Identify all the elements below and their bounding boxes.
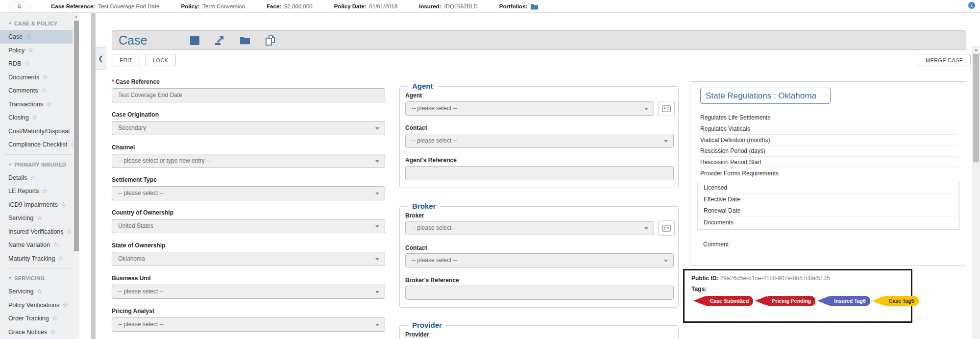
- favorite-star-icon[interactable]: ☆: [61, 201, 67, 208]
- main-scrollbar-thumb[interactable]: [973, 54, 979, 162]
- case-reference-input[interactable]: Test Coverage End Date: [112, 88, 385, 102]
- sidebar-item-order-tracking[interactable]: Order Tracking☆: [0, 312, 79, 325]
- favorite-star-icon[interactable]: ☆: [52, 315, 58, 322]
- sidebar-section-primary-insured[interactable]: ▼PRIMARY INSURED: [0, 158, 79, 171]
- license-row: Licensed: [698, 182, 959, 194]
- info-icon[interactable]: i: [968, 2, 975, 9]
- sidebar-scrollbar[interactable]: ▲: [73, 13, 79, 339]
- sidebar-item-servicing[interactable]: Servicing☆: [0, 285, 79, 298]
- main-scrollbar[interactable]: ▲: [972, 46, 980, 339]
- folder-icon[interactable]: [240, 36, 250, 45]
- favorite-star-icon[interactable]: ☆: [24, 60, 30, 67]
- edit-button[interactable]: EDIT: [112, 54, 140, 66]
- agent-contact-card-button[interactable]: [658, 101, 675, 116]
- favorite-star-icon[interactable]: ☆: [25, 33, 31, 40]
- dropdown-caret-icon: [375, 127, 379, 130]
- portfolio-folder-icon[interactable]: [530, 3, 539, 10]
- merge-case-button[interactable]: MERGE CASE: [918, 54, 971, 66]
- favorite-star-icon[interactable]: ☆: [36, 288, 42, 295]
- regulation-row: Rescission Period Start: [700, 157, 957, 168]
- channel-select[interactable]: -- please select or type new entry --: [112, 154, 385, 168]
- summary-label: Insured:: [419, 3, 441, 9]
- public-id-line: Public ID: 29a26d5e-b1ce-41c8-907a-8b57c…: [691, 275, 830, 282]
- sidebar-item-grace-notices[interactable]: Grace Notices☆: [0, 325, 79, 339]
- case-page: Case Reference:Test Coverage End Date Po…: [0, 0, 980, 339]
- favorite-star-icon[interactable]: ☆: [27, 47, 33, 54]
- favorite-star-icon[interactable]: ☆: [67, 228, 73, 235]
- sidebar-divider: [5, 154, 73, 155]
- sidebar-item-closing[interactable]: Closing☆: [0, 111, 79, 124]
- sidebar-section-case-policy[interactable]: ▼CASE & POLICY: [0, 17, 79, 30]
- sidebar-item-compliance-checklist[interactable]: Compliance Checklist☆: [0, 138, 79, 151]
- regulation-row: Regulates Viaticals: [700, 123, 957, 135]
- dropdown-caret-icon: [644, 227, 648, 230]
- sidebar-item-rdb[interactable]: RDB☆: [0, 57, 79, 71]
- sidebar-item-servicing-insured[interactable]: Servicing☆: [0, 211, 79, 225]
- sidebar-item-comments[interactable]: Comments☆: [0, 84, 79, 97]
- export-icon[interactable]: [214, 35, 225, 46]
- favorite-star-icon[interactable]: ☆: [42, 73, 48, 81]
- copy-icon[interactable]: [265, 35, 275, 46]
- summary-value: 01/01/2018: [369, 3, 398, 9]
- broker-contact-card-button[interactable]: [658, 220, 675, 236]
- favorite-star-icon[interactable]: ☆: [41, 87, 47, 94]
- sidebar-item-policy[interactable]: Policy☆: [0, 44, 79, 57]
- sidebar-collapse-button[interactable]: ❮: [96, 47, 106, 70]
- favorite-star-icon[interactable]: ☆: [30, 174, 36, 181]
- sidebar-item-maturity-tracking[interactable]: Maturity Tracking☆: [0, 252, 79, 266]
- sidebar-item-insured-verifications[interactable]: Insured Verifications☆: [0, 225, 79, 239]
- favorite-star-icon[interactable]: ☆: [62, 301, 68, 309]
- favorite-star-icon[interactable]: ☆: [32, 114, 38, 121]
- broker-select[interactable]: -- please select --: [405, 221, 654, 235]
- sidebar-item-cost-maturity-disposal[interactable]: Cost/Maturity/Disposal☆: [0, 124, 79, 138]
- tag-pricing-pending: Pricing Pending: [767, 296, 815, 306]
- sidebar-scrollbar-thumb[interactable]: [74, 21, 79, 251]
- sidebar-item-name-variation[interactable]: Name Variation☆: [0, 238, 79, 252]
- contact-card-icon: [662, 105, 671, 112]
- settlement-type-select[interactable]: -- please select --: [112, 186, 385, 200]
- license-row: Documents: [698, 217, 959, 229]
- favorite-star-icon[interactable]: ☆: [50, 328, 56, 336]
- sidebar-section-servicing[interactable]: ▼SERVICING: [0, 271, 79, 285]
- favorite-star-icon[interactable]: ☆: [58, 255, 64, 262]
- settlement-type-label: Settlement Type: [112, 176, 157, 183]
- summary-value: $2,000,000: [284, 3, 313, 9]
- favorite-star-icon[interactable]: ☆: [46, 100, 52, 108]
- chevron-down-icon: ▼: [8, 158, 12, 171]
- sidebar-item-le-reports[interactable]: LE Reports☆: [0, 184, 79, 198]
- business-unit-select[interactable]: -- please select --: [112, 285, 385, 299]
- license-box: Licensed Effective Date Renewal Date Doc…: [697, 182, 960, 230]
- summary-label: Policy Date:: [334, 3, 367, 9]
- pricing-analyst-select[interactable]: -- please select --: [112, 317, 385, 332]
- lock-button[interactable]: LOCK: [145, 54, 176, 66]
- favorite-star-icon[interactable]: ☆: [53, 241, 59, 248]
- sidebar-item-transactions[interactable]: Transactions☆: [0, 97, 79, 111]
- sidebar-item-icd9-impairments[interactable]: ICD9 Impairments☆: [0, 198, 79, 212]
- broker-label: Broker: [405, 212, 424, 219]
- sidebar-item-documents[interactable]: Documents☆: [0, 71, 79, 84]
- brokers-reference-input[interactable]: [405, 286, 674, 300]
- provider-legend: Provider: [408, 321, 446, 329]
- dropdown-caret-icon: [664, 140, 668, 143]
- unlock-button[interactable]: [8, 1, 30, 11]
- panel-splitter[interactable]: [91, 13, 96, 339]
- country-of-ownership-select[interactable]: United States: [112, 219, 385, 233]
- stop-square-icon[interactable]: [190, 36, 199, 45]
- agents-reference-input[interactable]: [405, 166, 674, 180]
- agent-contact-label: Contact: [405, 124, 427, 131]
- broker-contact-select[interactable]: -- please select --: [405, 253, 674, 267]
- scroll-up-icon[interactable]: ▲: [73, 15, 79, 18]
- agent-label: Agent: [405, 92, 422, 99]
- favorite-star-icon[interactable]: ☆: [42, 187, 48, 194]
- sidebar-item-policy-verifications[interactable]: Policy Verifications☆: [0, 298, 79, 312]
- agent-contact-select[interactable]: -- please select --: [405, 134, 674, 148]
- agent-select[interactable]: -- please select --: [405, 101, 654, 116]
- favorite-star-icon[interactable]: ☆: [36, 214, 42, 221]
- sidebar-item-details[interactable]: Details☆: [0, 171, 79, 185]
- sidebar-item-case[interactable]: Case☆: [0, 30, 73, 44]
- regulation-row: Rescission Period (days): [700, 145, 957, 157]
- scroll-up-icon[interactable]: ▲: [972, 48, 980, 52]
- state-of-ownership-select[interactable]: Oklahoma: [112, 252, 385, 266]
- regulation-row: Provider Forms Requirements: [700, 168, 957, 179]
- case-origination-select[interactable]: Secondary: [112, 121, 385, 135]
